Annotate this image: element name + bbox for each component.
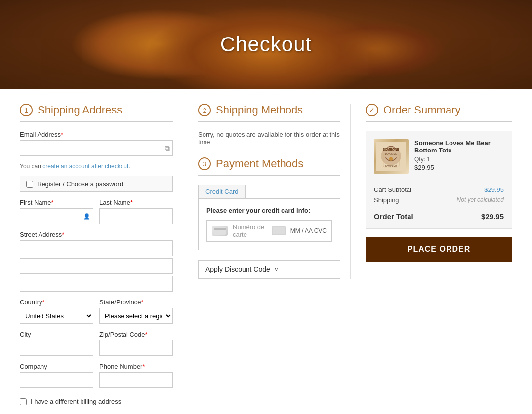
city-group: City — [20, 331, 93, 356]
company-phone-row: Company Phone Number* — [20, 363, 173, 395]
main-content: 1 Shipping Address Email Address* ⧉ You … — [0, 89, 532, 414]
street-required: * — [62, 231, 64, 238]
state-required: * — [141, 299, 144, 306]
svg-rect-2 — [272, 226, 286, 235]
credit-card-tab[interactable]: Credit Card — [198, 185, 246, 198]
order-item: SOMEONE LOVES ME LOVES ME Someone Loves … — [374, 139, 504, 174]
last-name-label: Last Name* — [99, 199, 173, 206]
country-select[interactable]: United States — [20, 308, 93, 324]
order-summary-title: Order Summary — [383, 104, 460, 116]
register-checkbox[interactable] — [26, 181, 33, 188]
order-total-row: Order Total $29.95 — [374, 208, 504, 221]
street-input-2[interactable] — [20, 258, 173, 274]
payment-methods-title: Payment Methods — [216, 157, 303, 170]
discount-label: Apply Discount Code — [205, 265, 270, 273]
zip-required: * — [145, 331, 148, 338]
order-total-label: Order Total — [374, 212, 413, 221]
street-input-1[interactable] — [20, 240, 173, 256]
no-quotes-message: Sorry, no quotes are available for this … — [198, 131, 340, 146]
order-total-value: $29.95 — [481, 212, 504, 221]
check-badge: ✓ — [366, 104, 378, 116]
street-address-group: Street Address* — [20, 231, 173, 292]
billing-label: I have a different billing address — [31, 398, 121, 405]
phone-group: Phone Number* — [99, 363, 173, 388]
zip-input[interactable] — [99, 340, 173, 356]
place-order-button[interactable]: PLACE ORDER — [366, 237, 512, 262]
order-item-name: Someone Loves Me Bear Bottom Tote — [414, 139, 504, 154]
cart-subtotal-label: Cart Subtotal — [374, 186, 411, 193]
cc-fields-row: Numéro de carte MM / AA CVC — [206, 220, 332, 242]
zip-group: Zip/Postal Code* — [99, 331, 173, 356]
payment-section: 2 Shipping Methods Sorry, no quotes are … — [188, 104, 351, 279]
country-required: * — [42, 299, 45, 306]
company-group: Company — [20, 363, 93, 388]
email-required: * — [61, 131, 63, 138]
create-account-link[interactable]: create an account after checkout — [42, 163, 128, 170]
city-input[interactable] — [20, 340, 93, 356]
shipping-label: Shipping — [374, 196, 399, 204]
last-name-group: Last Name* — [99, 199, 173, 224]
city-label: City — [20, 331, 93, 338]
street-row-3 — [20, 276, 173, 292]
step-1-badge: 1 — [20, 104, 33, 116]
order-item-image: SOMEONE LOVES ME LOVES ME — [374, 139, 409, 174]
first-name-group: First Name* 👤 — [20, 199, 93, 224]
shipping-methods-title: Shipping Methods — [216, 104, 303, 116]
last-name-required: * — [130, 199, 133, 206]
order-totals: Cart Subtotal $29.95 Shipping Not yet ca… — [374, 181, 504, 221]
svg-point-8 — [389, 157, 393, 160]
name-row: First Name* 👤 Last Name* — [20, 199, 173, 231]
billing-checkbox-row: I have a different billing address — [20, 398, 173, 405]
step-3-badge: 3 — [198, 157, 211, 170]
cart-subtotal-row: Cart Subtotal $29.95 — [374, 186, 504, 193]
street-input-3[interactable] — [20, 276, 173, 292]
cc-prompt: Please enter your credit card info: — [206, 207, 332, 214]
billing-checkbox[interactable] — [20, 398, 27, 405]
hero-banner: Checkout — [0, 0, 532, 89]
cc-card-icon — [212, 226, 228, 236]
first-name-wrapper: 👤 — [20, 208, 93, 224]
company-input[interactable] — [20, 372, 93, 388]
order-item-qty: Qty: 1 — [414, 156, 504, 163]
first-name-required: * — [51, 199, 54, 206]
email-input-wrapper: ⧉ — [20, 140, 173, 156]
street-label: Street Address* — [20, 231, 173, 238]
email-input[interactable] — [20, 140, 173, 156]
state-select[interactable]: Please select a region, s — [99, 308, 173, 324]
svg-rect-0 — [214, 227, 226, 235]
step-2-badge: 2 — [198, 104, 211, 116]
phone-label: Phone Number* — [99, 363, 173, 370]
shipping-address-title: Shipping Address — [38, 104, 122, 116]
order-item-price: $29.95 — [414, 164, 504, 171]
shipping-methods-header: 2 Shipping Methods — [198, 104, 340, 122]
order-item-details: Someone Loves Me Bear Bottom Tote Qty: 1… — [414, 139, 504, 174]
first-name-label: First Name* — [20, 199, 93, 206]
payment-methods-header: 3 Payment Methods — [198, 157, 340, 176]
shipping-address-section: 1 Shipping Address Email Address* ⧉ You … — [20, 104, 188, 405]
svg-rect-1 — [214, 228, 226, 230]
order-summary-box: SOMEONE LOVES ME LOVES ME Someone Loves … — [366, 131, 512, 229]
discount-code-row[interactable]: Apply Discount Code ∨ — [198, 260, 340, 279]
street-row-1 — [20, 240, 173, 256]
shipping-value: Not yet calculated — [457, 196, 504, 204]
credit-card-content: Please enter your credit card info: Numé… — [198, 198, 340, 250]
copy-icon: ⧉ — [165, 144, 170, 152]
cc-type-icon — [272, 226, 286, 235]
country-state-row: Country* United States State/Province* P… — [20, 299, 173, 331]
last-name-input[interactable] — [99, 208, 173, 224]
account-helper-text: You can create an account after checkout… — [20, 163, 173, 170]
shipping-row: Shipping Not yet calculated — [374, 196, 504, 204]
email-field-group: Email Address* ⧉ — [20, 131, 173, 156]
cc-date-cvc-label: MM / AA CVC — [290, 227, 327, 234]
cc-number-placeholder: Numéro de carte — [233, 224, 267, 238]
first-name-input[interactable] — [20, 208, 93, 224]
phone-required: * — [142, 363, 145, 370]
phone-input[interactable] — [99, 372, 173, 388]
state-group: State/Province* Please select a region, … — [99, 299, 173, 324]
zip-label: Zip/Postal Code* — [99, 331, 173, 338]
page-title: Checkout — [220, 33, 312, 56]
country-label: Country* — [20, 299, 93, 306]
svg-text:LOVES ME: LOVES ME — [385, 153, 397, 155]
email-label: Email Address* — [20, 131, 173, 138]
shipping-address-header: 1 Shipping Address — [20, 104, 173, 122]
